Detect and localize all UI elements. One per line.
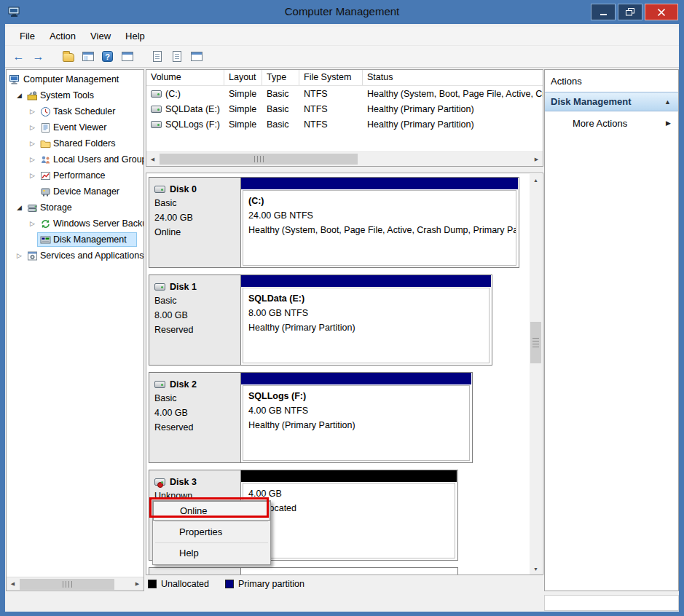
disk-management-icon [40, 234, 51, 245]
menu-action[interactable]: Action [42, 28, 83, 44]
disk1-partition-sqldata[interactable]: SQLData (E:) 8.00 GB NTFS Healthy (Prima… [241, 275, 491, 365]
tree-item-computer-management[interactable]: Computer Management [7, 72, 144, 88]
scrollbar-thumb[interactable] [160, 154, 358, 165]
scroll-right-icon[interactable]: ▶ [131, 577, 144, 591]
toolbar: ← → ? [5, 46, 679, 68]
chevron-collapsed-icon[interactable]: ▷ [17, 252, 22, 259]
tree-item-performance[interactable]: ▷ Performance [7, 168, 144, 184]
export-list-button[interactable] [148, 47, 166, 66]
disk-type: Basic [154, 196, 237, 210]
tree-item-services-and-applications[interactable]: ▷ Services and Applications [7, 248, 144, 264]
refresh-button[interactable] [187, 47, 205, 66]
thumb-grip [254, 156, 264, 162]
close-button[interactable] [645, 4, 678, 20]
console-tree-button[interactable] [79, 47, 97, 66]
volume-icon [151, 90, 162, 98]
tree-item-system-tools[interactable]: ◢ System Tools [7, 88, 144, 104]
scroll-up-icon[interactable]: ▲ [530, 174, 542, 186]
back-button[interactable]: ← [9, 47, 28, 66]
volume-list-hscrollbar[interactable]: ◀ ▶ [146, 151, 543, 166]
restore-button[interactable] [618, 4, 642, 20]
partition-size: 4.00 GB NTFS [248, 403, 465, 418]
cdrom-label[interactable]: CD-ROM 0 [149, 568, 241, 574]
menu-file[interactable]: File [12, 28, 42, 44]
action-pane-button[interactable] [118, 47, 136, 66]
chevron-expanded-icon[interactable]: ◢ [17, 204, 22, 211]
tree-item-windows-server-backup[interactable]: ▷ Windows Server Backup [7, 216, 144, 232]
partition-size: 4.00 GB [248, 486, 451, 501]
actions-pane: Actions Disk Management ▲ More Actions ▶ [544, 69, 679, 591]
column-header-layout[interactable]: Layout [224, 70, 262, 85]
forward-button[interactable]: → [29, 47, 47, 66]
computer-icon [9, 74, 20, 85]
primary-partition-swatch [225, 580, 234, 588]
volume-status: Healthy (Primary Partition) [363, 119, 543, 130]
tree-item-label: Local Users and Groups [53, 154, 144, 165]
scrollbar-thumb[interactable] [20, 579, 114, 590]
menu-help[interactable]: Help [118, 28, 152, 44]
scroll-down-icon[interactable]: ▼ [530, 563, 542, 575]
disk-icon [154, 186, 165, 193]
tree-item-disk-management[interactable]: Disk Management [7, 232, 144, 248]
context-menu-item-online[interactable]: Online [153, 501, 270, 521]
column-header-status[interactable]: Status [363, 70, 543, 85]
titlebar[interactable]: Computer Management [0, 0, 684, 24]
tree-item-task-scheduler[interactable]: ▷ Task Scheduler [7, 104, 144, 120]
chevron-collapsed-icon[interactable]: ▷ [30, 124, 35, 131]
tree-hscrollbar[interactable]: ◀ ▶ [7, 577, 144, 591]
disk-name: Disk 2 [170, 379, 197, 390]
scroll-left-icon[interactable]: ◀ [7, 577, 19, 591]
chevron-collapsed-icon[interactable]: ▷ [30, 172, 35, 179]
chevron-collapsed-icon[interactable]: ▷ [30, 140, 35, 147]
up-level-button[interactable] [59, 47, 77, 66]
cdrom-name: CD-ROM 0 [170, 574, 215, 575]
disk0-label[interactable]: Disk 0 Basic 24.00 GB Online [149, 178, 241, 267]
disk3-unallocated-space[interactable]: 4.00 GB Unallocated [241, 470, 457, 560]
disk-row-0: Disk 0 Basic 24.00 GB Online (C:) 24.00 … [149, 177, 519, 268]
column-header-volume[interactable]: Volume [146, 70, 224, 85]
menu-view[interactable]: View [83, 28, 118, 44]
tree-item-device-manager[interactable]: Device Manager [7, 184, 144, 200]
chevron-expanded-icon[interactable]: ◢ [17, 92, 22, 99]
unallocated-swatch [148, 580, 157, 588]
legend: Unallocated Primary partition [148, 577, 304, 591]
disk2-partition-sqllogs[interactable]: SQLLogs (F:) 4.00 GB NTFS Healthy (Prima… [241, 373, 471, 462]
computer-management-window: Computer Management File Action View Hel… [0, 0, 684, 616]
volume-layout: Simple [224, 119, 262, 130]
disk-name: Disk 3 [170, 477, 197, 487]
scroll-right-icon[interactable]: ▶ [530, 152, 543, 166]
tree-item-shared-folders[interactable]: ▷ Shared Folders [7, 136, 144, 152]
disk-view-vscrollbar[interactable]: ▲ ▼ [530, 174, 542, 575]
properties-button[interactable] [168, 47, 186, 66]
disk2-label[interactable]: Disk 2 Basic 4.00 GB Reserved [149, 373, 241, 462]
volume-row-sqllogs[interactable]: SQLLogs (F:) Simple Basic NTFS Healthy (… [146, 117, 543, 132]
tree-item-storage[interactable]: ◢ Storage [7, 200, 144, 216]
volume-name: (C:) [165, 89, 181, 99]
help-button[interactable]: ? [98, 47, 117, 66]
disk-status: Reserved [154, 420, 237, 435]
volume-layout: Simple [224, 89, 262, 99]
minimize-button[interactable] [591, 4, 616, 20]
cdrom-row: CD-ROM 0 [149, 567, 458, 574]
disk3-context-menu: Online Properties Help [152, 500, 271, 565]
disk0-partition-c[interactable]: (C:) 24.00 GB NTFS Healthy (System, Boot… [241, 178, 518, 267]
scroll-left-icon[interactable]: ◀ [146, 152, 159, 166]
context-menu-item-help[interactable]: Help [153, 544, 270, 563]
chevron-collapsed-icon[interactable]: ▷ [30, 108, 35, 115]
tree-item-label: Services and Applications [40, 250, 144, 261]
chevron-collapsed-icon[interactable]: ▷ [30, 220, 35, 227]
collapse-section-icon[interactable]: ▲ [664, 98, 671, 106]
column-header-file-system[interactable]: File System [299, 70, 363, 85]
volume-row-sqldata[interactable]: SQLData (E:) Simple Basic NTFS Healthy (… [146, 101, 543, 117]
tree-item-event-viewer[interactable]: ▷ Event Viewer [7, 120, 144, 136]
disk1-label[interactable]: Disk 1 Basic 8.00 GB Reserved [149, 275, 241, 365]
disk-management-section-header[interactable]: Disk Management ▲ [545, 92, 678, 111]
more-actions-button[interactable]: More Actions ▶ [545, 111, 678, 135]
chevron-collapsed-icon[interactable]: ▷ [30, 156, 35, 163]
volume-row-c[interactable]: (C:) Simple Basic NTFS Healthy (System, … [146, 86, 543, 101]
scrollbar-thumb[interactable] [530, 322, 541, 363]
context-menu-item-properties[interactable]: Properties [153, 523, 270, 542]
column-header-type[interactable]: Type [262, 70, 299, 85]
tree-item-local-users-and-groups[interactable]: ▷ Local Users and Groups [7, 152, 144, 168]
primary-partition-bar [241, 178, 518, 189]
